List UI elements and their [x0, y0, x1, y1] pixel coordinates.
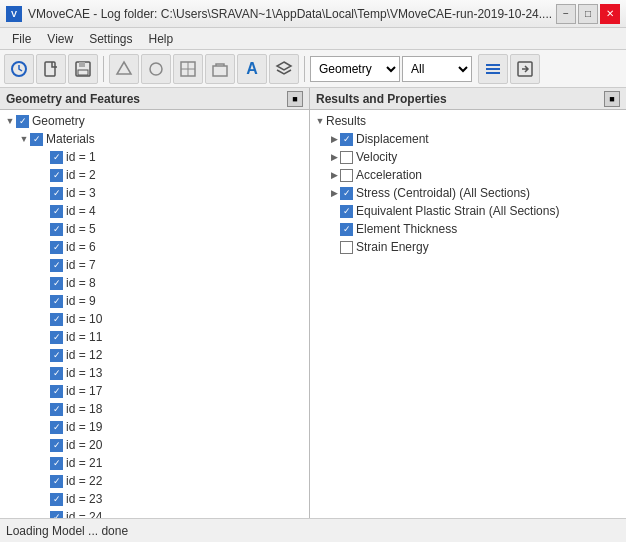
- status-bar: Loading Model ... done: [0, 518, 626, 542]
- checkbox-acceleration[interactable]: [340, 169, 353, 182]
- checkbox-id18[interactable]: ✓: [50, 403, 63, 416]
- toolbar-btn-1[interactable]: [4, 54, 34, 84]
- checkbox-id17[interactable]: ✓: [50, 385, 63, 398]
- tree-item-id5[interactable]: ✓ id = 5: [0, 220, 309, 238]
- tree-item-id21[interactable]: ✓ id = 21: [0, 454, 309, 472]
- menu-help[interactable]: Help: [141, 30, 182, 48]
- expander-geometry[interactable]: ▼: [4, 115, 16, 127]
- all-dropdown[interactable]: All: [402, 56, 472, 82]
- close-button[interactable]: ✕: [600, 4, 620, 24]
- tree-item-id8[interactable]: ✓ id = 8: [0, 274, 309, 292]
- tree-item-plastic-strain[interactable]: ▶ ✓ Equivalent Plastic Strain (All Secti…: [310, 202, 626, 220]
- checkbox-id13[interactable]: ✓: [50, 367, 63, 380]
- tree-item-id24[interactable]: ✓ id = 24: [0, 508, 309, 518]
- tree-item-id18[interactable]: ✓ id = 18: [0, 400, 309, 418]
- tree-item-element-thickness[interactable]: ▶ ✓ Element Thickness: [310, 220, 626, 238]
- toolbar-btn-6[interactable]: [173, 54, 203, 84]
- checkbox-id23[interactable]: ✓: [50, 493, 63, 506]
- tree-item-velocity[interactable]: ▶ Velocity: [310, 148, 626, 166]
- tree-item-id20[interactable]: ✓ id = 20: [0, 436, 309, 454]
- svg-rect-10: [213, 66, 227, 76]
- left-pane-collapse-btn[interactable]: ■: [287, 91, 303, 107]
- tree-item-strain-energy[interactable]: ▶ Strain Energy: [310, 238, 626, 256]
- expander-acceleration[interactable]: ▶: [328, 169, 340, 181]
- checkbox-id6[interactable]: ✓: [50, 241, 63, 254]
- checkbox-id7[interactable]: ✓: [50, 259, 63, 272]
- tree-item-id22[interactable]: ✓ id = 22: [0, 472, 309, 490]
- toolbar-btn-7[interactable]: [205, 54, 235, 84]
- checkbox-id8[interactable]: ✓: [50, 277, 63, 290]
- checkbox-materials[interactable]: ✓: [30, 133, 43, 146]
- checkbox-id12[interactable]: ✓: [50, 349, 63, 362]
- expander-velocity[interactable]: ▶: [328, 151, 340, 163]
- right-pane-collapse-btn[interactable]: ■: [604, 91, 620, 107]
- tree-item-id12[interactable]: ✓ id = 12: [0, 346, 309, 364]
- tree-item-id6[interactable]: ✓ id = 6: [0, 238, 309, 256]
- tree-item-id11[interactable]: ✓ id = 11: [0, 328, 309, 346]
- minimize-button[interactable]: −: [556, 4, 576, 24]
- tree-item-id17[interactable]: ✓ id = 17: [0, 382, 309, 400]
- checkbox-id1[interactable]: ✓: [50, 151, 63, 164]
- toolbar-btn-5[interactable]: [141, 54, 171, 84]
- expander-results[interactable]: ▼: [314, 115, 326, 127]
- title-text: VMoveCAE - Log folder: C:\Users\SRAVAN~1…: [28, 7, 552, 21]
- checkbox-id4[interactable]: ✓: [50, 205, 63, 218]
- checkbox-element-thickness[interactable]: ✓: [340, 223, 353, 236]
- toolbar-btn-2[interactable]: [36, 54, 66, 84]
- checkbox-id24[interactable]: ✓: [50, 511, 63, 519]
- checkbox-velocity[interactable]: [340, 151, 353, 164]
- toolbar-btn-9[interactable]: [269, 54, 299, 84]
- tree-item-displacement[interactable]: ▶ ✓ Displacement: [310, 130, 626, 148]
- tree-item-id23[interactable]: ✓ id = 23: [0, 490, 309, 508]
- checkbox-plastic-strain[interactable]: ✓: [340, 205, 353, 218]
- geometry-dropdown[interactable]: Geometry: [310, 56, 400, 82]
- toolbar-btn-3[interactable]: [68, 54, 98, 84]
- tree-item-acceleration[interactable]: ▶ Acceleration: [310, 166, 626, 184]
- tree-item-id2[interactable]: ✓ id = 2: [0, 166, 309, 184]
- checkbox-strain-energy[interactable]: [340, 241, 353, 254]
- expander-materials[interactable]: ▼: [18, 133, 30, 145]
- tree-item-id13[interactable]: ✓ id = 13: [0, 364, 309, 382]
- svg-rect-3: [79, 62, 85, 67]
- tree-item-id10[interactable]: ✓ id = 10: [0, 310, 309, 328]
- toolbar-list-view-btn[interactable]: [478, 54, 508, 84]
- tree-item-id9[interactable]: ✓ id = 9: [0, 292, 309, 310]
- toolbar-btn-8[interactable]: A: [237, 54, 267, 84]
- checkbox-id19[interactable]: ✓: [50, 421, 63, 434]
- tree-item-id19[interactable]: ✓ id = 19: [0, 418, 309, 436]
- checkbox-id21[interactable]: ✓: [50, 457, 63, 470]
- checkbox-id9[interactable]: ✓: [50, 295, 63, 308]
- expander-stress[interactable]: ▶: [328, 187, 340, 199]
- tree-item-id3[interactable]: ✓ id = 3: [0, 184, 309, 202]
- maximize-button[interactable]: □: [578, 4, 598, 24]
- checkbox-geometry[interactable]: ✓: [16, 115, 29, 128]
- checkbox-id11[interactable]: ✓: [50, 331, 63, 344]
- left-tree-area[interactable]: ▼ ✓ Geometry ▼ ✓ Materials ✓ id = 1 ✓ id…: [0, 110, 309, 518]
- checkbox-id2[interactable]: ✓: [50, 169, 63, 182]
- right-tree-area[interactable]: ▼ Results ▶ ✓ Displacement ▶ Velocity ▶ …: [310, 110, 626, 518]
- toolbar-btn-4[interactable]: [109, 54, 139, 84]
- tree-item-stress[interactable]: ▶ ✓ Stress (Centroidal) (All Sections): [310, 184, 626, 202]
- checkbox-id20[interactable]: ✓: [50, 439, 63, 452]
- menu-file[interactable]: File: [4, 30, 39, 48]
- tree-item-materials[interactable]: ▼ ✓ Materials: [0, 130, 309, 148]
- checkbox-id3[interactable]: ✓: [50, 187, 63, 200]
- checkbox-id22[interactable]: ✓: [50, 475, 63, 488]
- tree-item-geometry[interactable]: ▼ ✓ Geometry: [0, 112, 309, 130]
- toolbar-export-btn[interactable]: [510, 54, 540, 84]
- checkbox-id10[interactable]: ✓: [50, 313, 63, 326]
- menu-settings[interactable]: Settings: [81, 30, 140, 48]
- tree-item-id4[interactable]: ✓ id = 4: [0, 202, 309, 220]
- menu-view[interactable]: View: [39, 30, 81, 48]
- checkbox-displacement[interactable]: ✓: [340, 133, 353, 146]
- checkbox-id5[interactable]: ✓: [50, 223, 63, 236]
- tree-item-id7[interactable]: ✓ id = 7: [0, 256, 309, 274]
- tree-item-id1[interactable]: ✓ id = 1: [0, 148, 309, 166]
- expander-displacement[interactable]: ▶: [328, 133, 340, 145]
- label-id3: id = 3: [66, 186, 96, 200]
- tree-item-results[interactable]: ▼ Results: [310, 112, 626, 130]
- checkbox-stress[interactable]: ✓: [340, 187, 353, 200]
- left-pane: Geometry and Features ■ ▼ ✓ Geometry ▼ ✓…: [0, 88, 310, 518]
- label-id8: id = 8: [66, 276, 96, 290]
- label-id12: id = 12: [66, 348, 102, 362]
